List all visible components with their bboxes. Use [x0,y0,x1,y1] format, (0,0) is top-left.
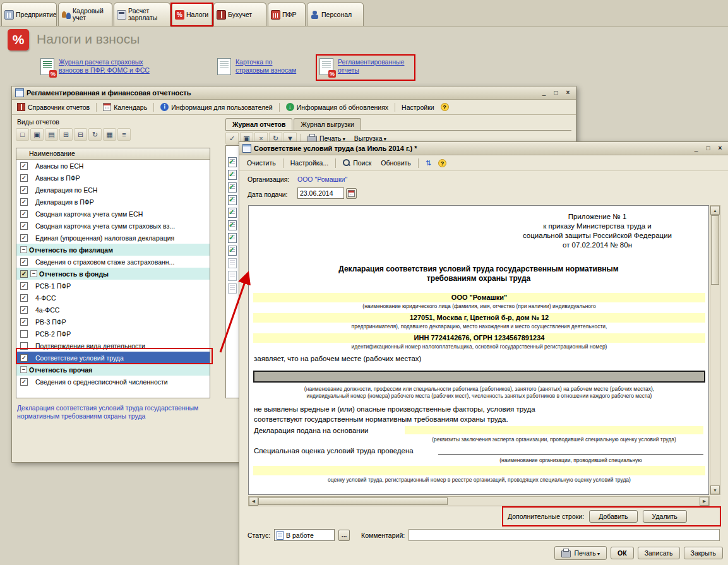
assessment-org-field[interactable] [253,466,705,475]
menu-item-user-info[interactable]: Информация для пользователей [160,103,273,111]
report-checkbox[interactable] [20,258,28,266]
maximize-icon[interactable] [703,145,713,153]
report-checkbox[interactable] [20,306,28,314]
column-header-name[interactable]: Наименование [16,148,210,160]
tab-hr[interactable]: Кадровый учет [58,3,112,26]
date-picker-button[interactable] [346,188,357,199]
report-row[interactable]: Подтверждение вида деятельности [16,340,210,352]
collapse-icon[interactable] [30,270,37,277]
tab-accounting[interactable]: Бухучет [213,3,266,26]
report-checkbox[interactable] [20,186,28,194]
scroll-left-icon[interactable] [249,497,258,506]
report-checkbox[interactable] [20,354,28,362]
status-more-button[interactable]: ... [338,530,350,541]
report-checkbox[interactable] [20,174,28,182]
tab-export-journal[interactable]: Журнал выгрузки [294,118,361,130]
organization-value[interactable]: ООО "Ромашки" [297,175,347,183]
report-row[interactable]: Сведения о среднесписочной численности [16,376,210,388]
menu-item-settings[interactable]: Настройки [402,104,434,111]
report-checkbox[interactable] [20,330,28,338]
address-field[interactable]: 127051, Москва г, Цветной б-р, дом № 12 [253,313,705,323]
copy-button[interactable]: ▣ [30,128,44,141]
report-row[interactable]: РВ-3 ПФР [16,316,210,328]
refresh-button[interactable]: ↻ [88,128,102,141]
menu-item-report-directory[interactable]: Справочник отчетов [17,103,90,111]
link-regulated-reports[interactable]: Регламентированные отчеты [319,58,414,75]
scroll-up-icon[interactable] [710,206,720,215]
org-name-field[interactable]: ООО "Ромашки" [253,293,705,302]
report-row[interactable]: Авансы по ЕСН [16,160,210,172]
vertical-scrollbar[interactable] [710,205,720,495]
settings-button[interactable]: Настройка... [288,158,331,168]
report-checkbox[interactable] [20,222,28,230]
horizontal-scrollbar[interactable] [248,496,710,506]
horizontal-scroll-thumb[interactable] [258,497,448,505]
report-row[interactable]: Авансы в ПФР [16,172,210,184]
report-checkbox[interactable] [20,210,28,218]
report-checkbox[interactable] [20,318,28,326]
report-row[interactable]: Единая (упрощенная) налоговая декларация [16,232,210,244]
report-checkbox[interactable] [20,294,28,302]
tab-pfr[interactable]: ПФР [268,3,306,26]
minimize-icon[interactable] [539,89,549,97]
print-button[interactable]: Печать [554,546,607,560]
status-select[interactable]: В работе [274,529,335,541]
remove-row-button[interactable]: Удалить [643,510,687,523]
link-label[interactable]: Журнал расчета страховых взносов в ПФР, … [59,58,155,74]
ok-button[interactable]: ОК [611,547,634,559]
menu-item-calendar[interactable]: Календарь [103,103,147,111]
select-button[interactable]: ✓ [225,132,239,145]
report-row[interactable]: РСВ-2 ПФР [16,328,210,340]
report-row[interactable]: Декларация в ПФР [16,196,210,208]
minimize-icon[interactable] [691,145,701,153]
report-row[interactable]: Соответствие условий труда [16,352,210,364]
report-row[interactable]: Сведения о страховом стаже застрахованн.… [16,256,210,268]
collapse-icon[interactable] [20,246,27,253]
report-row[interactable]: 4а-ФСС [16,304,210,316]
link-contrib-journal[interactable]: Журнал расчета страховых взносов в ПФР, … [40,58,160,75]
report-row[interactable]: Декларация по ЕСН [16,184,210,196]
report-checkbox[interactable] [20,198,28,206]
sort-button[interactable] [423,158,434,169]
close-icon[interactable] [715,145,725,153]
collapse-icon[interactable] [20,366,27,373]
expand-all-button[interactable]: ⊞ [59,128,73,141]
vertical-scroll-thumb[interactable] [711,215,719,285]
search-button[interactable]: Поиск [340,158,374,168]
report-checkbox[interactable] [20,282,28,290]
tab-taxes[interactable]: Налоги [172,3,212,26]
report-checkbox[interactable] [20,342,28,350]
report-checkbox[interactable] [20,270,28,278]
scroll-down-icon[interactable] [710,485,720,494]
add-row-button[interactable]: Добавить [589,510,637,523]
collapse-all-button[interactable]: ⊟ [74,128,87,141]
scroll-right-icon[interactable] [700,497,709,506]
refresh-button[interactable]: Обновить [378,158,414,168]
properties-button[interactable]: ≡ [117,128,131,141]
report-row[interactable]: РСВ-1 ПФР [16,280,210,292]
window-titlebar[interactable]: Регламентированная и финансовая отчетнос… [12,86,576,100]
save-button[interactable]: Записать [638,547,680,559]
help-icon[interactable] [441,103,449,111]
report-group-row[interactable]: Отчетность в фонды [16,268,210,280]
comment-input[interactable] [409,529,720,541]
new-button[interactable]: □ [16,128,29,141]
link-label[interactable]: Карточка по страховым взносам [236,58,301,74]
report-row[interactable]: Сводная карточка учета сумм страховых вз… [16,220,210,232]
tab-enterprise[interactable]: Предприятие [1,3,57,26]
window-titlebar[interactable]: Соответствие условий труда (за Июль 2014… [239,142,728,155]
close-button[interactable]: Закрыть [684,547,723,559]
menu-item-update-info[interactable]: Информация об обновлениях [286,103,388,111]
tab-payroll[interactable]: Расчет зарплаты [114,3,170,26]
chart-button[interactable]: ▦ [103,128,116,141]
inn-ogrn-field[interactable]: ИНН 7724142676, ОГРН 1234567891234 [253,333,705,343]
link-label[interactable]: Регламентированные отчеты [338,58,412,74]
close-icon[interactable] [563,89,573,97]
report-row[interactable]: 4-ФСС [16,292,210,304]
tab-personnel[interactable]: Персонал [307,3,364,26]
help-icon[interactable] [438,159,446,167]
report-group-row[interactable]: Отчетность прочая [16,364,210,376]
report-row[interactable]: Сводная карточка учета сумм ЕСН [16,208,210,220]
maximize-icon[interactable] [551,89,561,97]
workplace-field[interactable] [253,371,705,383]
